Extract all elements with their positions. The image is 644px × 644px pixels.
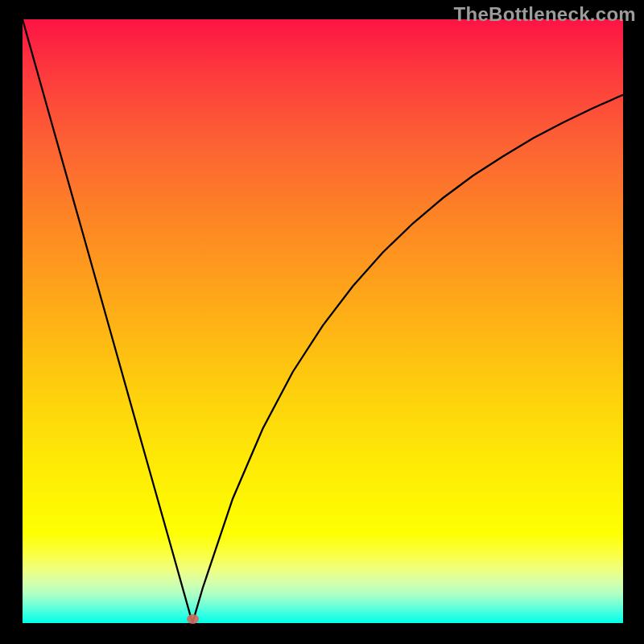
chart-frame: TheBottleneck.com bbox=[0, 0, 644, 644]
bottleneck-curve bbox=[23, 19, 623, 623]
minimum-marker bbox=[187, 614, 199, 624]
curve-svg bbox=[23, 19, 623, 623]
plot-area bbox=[23, 19, 623, 623]
watermark-text: TheBottleneck.com bbox=[454, 3, 636, 26]
